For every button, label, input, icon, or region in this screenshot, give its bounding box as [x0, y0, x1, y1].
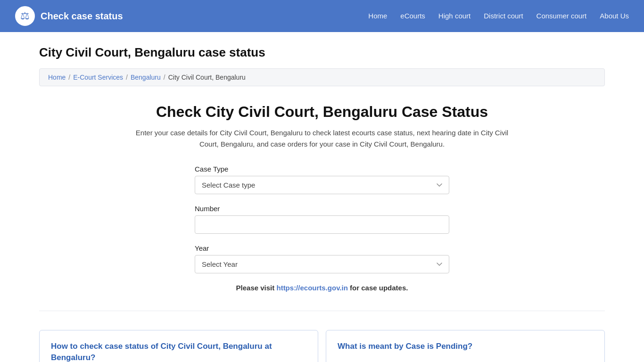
number-group: Number: [195, 205, 449, 234]
brand-icon: ⚖: [15, 6, 35, 26]
form-title: Check City Civil Court, Bengaluru Case S…: [39, 103, 605, 121]
navbar-link-high-court[interactable]: High court: [438, 12, 471, 20]
year-label: Year: [195, 244, 449, 252]
navbar-links: HomeeCourtsHigh courtDistrict courtConsu…: [368, 12, 629, 20]
section-divider: [39, 311, 605, 311]
case-type-group: Case Type Select Case type: [195, 165, 449, 194]
navbar-brand[interactable]: ⚖ Check case status: [15, 6, 368, 26]
navbar-link-home[interactable]: Home: [368, 12, 387, 20]
breadcrumb-link-bengaluru[interactable]: Bengaluru: [131, 74, 161, 81]
notice-text: Please visit: [236, 284, 275, 292]
navbar-link-ecourts[interactable]: eCourts: [400, 12, 425, 20]
navbar-link-consumer-court[interactable]: Consumer court: [537, 12, 587, 20]
faq-check-status-title: How to check case status of City Civil C…: [51, 341, 306, 362]
notice: Please visit https://ecourts.gov.in for …: [195, 284, 449, 292]
year-select[interactable]: Select Year: [195, 255, 449, 273]
form-container: Case Type Select Case type Number Year S…: [195, 165, 449, 292]
page-wrapper: City Civil Court, Bengaluru case status …: [20, 45, 624, 362]
case-type-label: Case Type: [195, 165, 449, 173]
brand-title: Check case status: [41, 11, 123, 22]
page-title: City Civil Court, Bengaluru case status: [39, 45, 605, 60]
breadcrumb-link-home[interactable]: Home: [48, 74, 66, 81]
navbar-link-about-us[interactable]: About Us: [600, 12, 629, 20]
faq-pending[interactable]: What is meant by Case is Pending?: [326, 330, 605, 362]
ecourts-link[interactable]: https://ecourts.gov.in: [276, 284, 347, 292]
faq-check-status[interactable]: How to check case status of City Civil C…: [39, 330, 318, 362]
breadcrumb-sep: /: [126, 74, 128, 81]
breadcrumb-link-ecourt-services[interactable]: E-Court Services: [73, 74, 123, 81]
year-group: Year Select Year: [195, 244, 449, 273]
breadcrumb-sep: /: [164, 74, 165, 81]
case-type-select[interactable]: Select Case type: [195, 176, 449, 194]
breadcrumb: Home/E-Court Services/Bengaluru/City Civ…: [39, 68, 605, 86]
faq-section: How to check case status of City Civil C…: [39, 330, 605, 362]
number-input[interactable]: [195, 215, 449, 234]
navbar: ⚖ Check case status HomeeCourtsHigh cour…: [0, 0, 644, 32]
number-label: Number: [195, 205, 449, 213]
form-description: Enter your case details for City Civil C…: [129, 127, 515, 150]
navbar-link-district-court[interactable]: District court: [484, 12, 523, 20]
breadcrumb-sep: /: [68, 74, 70, 81]
form-section: Check City Civil Court, Bengaluru Case S…: [39, 103, 605, 292]
faq-pending-title: What is meant by Case is Pending?: [338, 341, 593, 352]
notice-suffix: for case updates.: [350, 284, 408, 292]
breadcrumb-current: City Civil Court, Bengaluru: [168, 74, 246, 81]
page-heading: City Civil Court, Bengaluru case status: [39, 45, 605, 60]
